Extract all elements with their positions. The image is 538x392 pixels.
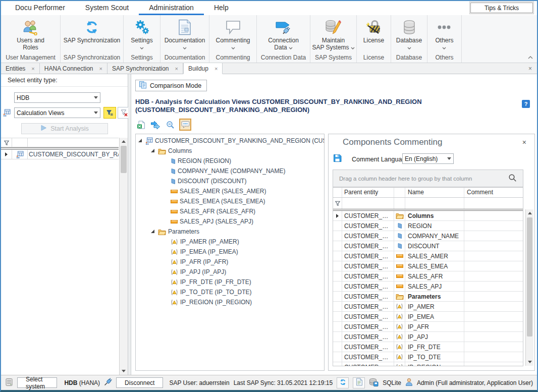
sync-log-button[interactable] <box>353 377 365 388</box>
ribbon-button-connection-data[interactable]: ConnectionData <box>268 15 299 52</box>
cell-comment[interactable] <box>464 332 523 342</box>
tab-sap-synchronization[interactable]: SAP Synchronization× <box>107 63 183 74</box>
tree-item-ip_afr[interactable]: IP_AFR (IP_AFR) <box>136 257 324 267</box>
table-row[interactable]: CUSTOMER_DISCOUNT_BY_RANKING_AND_REGIONI… <box>333 302 523 312</box>
tree-item-sales_afr[interactable]: SALES_AFR (SALES_AFR) <box>136 206 324 216</box>
cell-comment[interactable] <box>464 282 523 291</box>
column-header-name[interactable]: Name <box>405 188 464 197</box>
help-icon[interactable]: ? <box>522 100 530 108</box>
table-row[interactable]: CUSTOMER_DISCOUNT_BY_RANKING_AND_REGIONS… <box>333 271 523 282</box>
zoom-button[interactable] <box>165 119 176 130</box>
save-icon[interactable] <box>333 154 342 164</box>
ribbon-button-license[interactable]: License <box>363 15 384 52</box>
cell-comment[interactable] <box>464 241 523 251</box>
scroll-down-icon[interactable] <box>528 361 532 363</box>
table-row[interactable]: CUSTOMER_DISCOUNT_BY_RANKING_AND_REGIONI… <box>333 332 523 342</box>
ribbon-button-sap-synchronization[interactable]: SAP Synchronization <box>64 15 121 52</box>
ribbon-button-maintain-sap-systems[interactable]: MaintainSAP Systems <box>312 15 354 52</box>
refresh-sync-button[interactable] <box>337 377 349 388</box>
menu-item-administration[interactable]: Administration <box>139 1 204 15</box>
collapse-ribbon-icon[interactable] <box>528 53 533 61</box>
cell-comment[interactable] <box>464 221 523 231</box>
tree-item-parameters[interactable]: Parameters <box>136 227 324 237</box>
expand-collapse-icon[interactable] <box>138 138 143 143</box>
disconnect-button[interactable]: Disconnect <box>116 377 163 388</box>
tree-item-ip_fr_dte[interactable]: IP_FR_DTE (IP_FR_DTE) <box>136 277 324 287</box>
ribbon-button-settings[interactable]: Settings <box>131 15 152 52</box>
tree-item-discount[interactable]: DISCOUNT (DISCOUNT) <box>136 176 324 186</box>
cell-comment[interactable] <box>464 322 523 331</box>
cell-comment[interactable] <box>464 362 523 366</box>
cell-comment[interactable] <box>464 251 523 261</box>
search-icon[interactable] <box>508 174 517 183</box>
table-row[interactable]: CUSTOMER_DISCOUNT_BY_RANKING_AND_REGIOND… <box>333 241 523 251</box>
tree-item-ip_emea[interactable]: IP_EMEA (IP_EMEA) <box>136 247 324 257</box>
entity-grid-scrollbar[interactable] <box>119 138 128 375</box>
commenting-table-scrollbar[interactable] <box>525 209 533 366</box>
menu-item-docu-performer[interactable]: Docu Performer <box>5 1 75 15</box>
table-row[interactable]: CUSTOMER_DISCOUNT_BY_RANKING_AND_REGIONI… <box>333 342 523 352</box>
tab-buildup[interactable]: Buildup× <box>183 63 223 74</box>
expand-collapse-icon[interactable] <box>150 148 155 153</box>
tree-item-ip_to_dte[interactable]: IP_TO_DTE (IP_TO_DTE) <box>136 287 324 297</box>
column-header-comment[interactable]: Comment <box>464 188 523 197</box>
close-icon[interactable]: × <box>528 65 532 72</box>
ribbon-button-commenting[interactable]: Commenting <box>216 15 250 52</box>
table-row[interactable]: CUSTOMER_DISCOUNT_BY_RANKING_AND_REGIONS… <box>333 261 523 271</box>
cell-comment[interactable] <box>464 292 523 301</box>
apply-filter-button[interactable] <box>103 107 116 119</box>
tree-item-region[interactable]: REGION (REGION) <box>136 156 324 166</box>
cell-comment[interactable] <box>464 312 523 321</box>
tips-and-tricks-button[interactable]: Tips & Tricks <box>470 3 533 13</box>
table-row[interactable]: CUSTOMER_DISCOUNT_BY_RANKING_AND_REGIONI… <box>333 362 523 366</box>
cell-comment[interactable] <box>464 271 523 281</box>
close-icon[interactable]: × <box>522 138 526 146</box>
scroll-up-icon[interactable] <box>122 140 126 143</box>
ribbon-button-others[interactable]: Others <box>435 15 453 52</box>
table-row[interactable]: CUSTOMER_DISCOUNT_BY_RANKING_AND_REGIONI… <box>333 352 523 362</box>
tab-entities[interactable]: Entities× <box>1 63 40 74</box>
tree-item-sales_emea[interactable]: SALES_EMEA (SALES_EMEA) <box>136 196 324 206</box>
cell-comment[interactable] <box>464 231 523 241</box>
table-row[interactable]: CUSTOMER_DISCOUNT_BY_RANKING_AND_REGIONS… <box>333 282 523 292</box>
funnel-icon[interactable] <box>1 138 12 147</box>
tree-item-columns[interactable]: Columns <box>136 146 324 156</box>
export-excel-button[interactable] <box>135 119 146 130</box>
commenting-toggle-button[interactable] <box>179 119 191 131</box>
comment-language-combo[interactable]: En (English) <box>402 153 454 164</box>
tree-item-customer_discount_by_ranking_and_region[interactable]: CUSTOMER_DISCOUNT_BY_RANKING_AND_REGION … <box>136 136 324 146</box>
tree-item-company_name[interactable]: COMPANY_NAME (COMPANY_NAME) <box>136 166 324 176</box>
transfer-button[interactable] <box>150 119 161 130</box>
table-row[interactable]: CUSTOMER_DISCOUNT_BY_RANKING_AND_REGIONP… <box>333 292 523 302</box>
grid-filter-row[interactable] <box>1 138 119 147</box>
column-header-parent-entity[interactable]: Parent entity <box>342 188 394 197</box>
scroll-thumb[interactable] <box>527 217 532 337</box>
tab-hana-connection[interactable]: HANA Connection× <box>40 63 107 74</box>
close-tab-icon[interactable]: × <box>31 66 34 72</box>
table-row[interactable]: CUSTOMER_DISCOUNT_BY_RANKING_AND_REGIONS… <box>333 251 523 261</box>
cell-comment[interactable] <box>464 211 523 220</box>
tree-item-sales_amer[interactable]: SALES_AMER (SALES_AMER) <box>136 186 324 196</box>
tree-item-sales_apj[interactable]: SALES_APJ (SALES_APJ) <box>136 216 324 227</box>
tree-item-ip_region[interactable]: IP_REGION (IP_REGION) <box>136 297 324 307</box>
scroll-down-icon[interactable] <box>122 370 126 372</box>
column-header-icon[interactable] <box>394 188 405 197</box>
table-row[interactable]: CUSTOMER_DISCOUNT_BY_RANKING_AND_REGIONC… <box>333 231 523 241</box>
expand-collapse-icon[interactable] <box>150 229 155 234</box>
entity-type-combo[interactable]: Calculation Views <box>14 107 100 118</box>
funnel-icon[interactable] <box>333 198 342 209</box>
scroll-thumb[interactable] <box>121 146 127 173</box>
table-filter-row[interactable] <box>333 198 523 209</box>
entity-row[interactable]: CUSTOMER_DISCOUNT_BY_RANKING_AND_REGION <box>1 149 119 159</box>
select-system-button[interactable]: Select system <box>17 377 57 388</box>
cell-comment[interactable] <box>464 261 523 271</box>
system-combo[interactable]: HDB <box>14 92 100 103</box>
cell-comment[interactable] <box>464 302 523 311</box>
close-tab-icon[interactable]: × <box>214 66 218 72</box>
scroll-up-icon[interactable] <box>528 212 532 214</box>
ribbon-button-users-and-roles[interactable]: Users andRoles <box>17 15 44 52</box>
ribbon-button-documentation[interactable]: Documentation <box>165 15 205 52</box>
group-by-bar[interactable]: Drag a column header here to group by th… <box>333 170 523 187</box>
table-row[interactable]: CUSTOMER_DISCOUNT_BY_RANKING_AND_REGIONC… <box>333 211 523 221</box>
menu-item-help[interactable]: Help <box>204 1 239 15</box>
